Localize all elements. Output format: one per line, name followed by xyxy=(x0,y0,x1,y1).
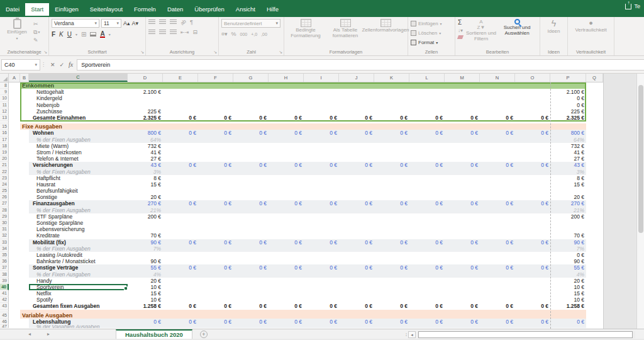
label-cell[interactable]: Leasing /Autokredit xyxy=(29,252,128,258)
sheet-row-25[interactable]: 25Berufsunfähigkeit xyxy=(0,188,603,194)
decrease-decimal-button[interactable]: ,00 xyxy=(261,32,267,37)
row-header-30[interactable]: 30 xyxy=(0,220,9,226)
column-header-O[interactable]: O xyxy=(515,74,550,82)
sheet-row-28[interactable]: 28% der Fixen Ausgaben21%21% xyxy=(0,207,603,213)
row-header-13[interactable]: 13 xyxy=(0,115,9,121)
sheet-row-30[interactable]: 30Sonstige Sparpläne xyxy=(0,220,603,226)
confirm-icon[interactable]: ✓ xyxy=(60,62,65,68)
align-center-icon[interactable] xyxy=(159,30,166,35)
fill-color-button[interactable] xyxy=(90,32,96,37)
vertical-scrollbar-thumb[interactable] xyxy=(638,85,643,233)
name-box[interactable]: C40 ▾ xyxy=(1,59,40,71)
sheet-row-38[interactable]: 38% der Fixen Ausgaben4%4% xyxy=(0,271,603,277)
row-header-29[interactable]: 29 xyxy=(0,213,9,220)
column-header-P[interactable]: P xyxy=(550,74,586,82)
align-middle-icon[interactable] xyxy=(159,20,166,25)
row-header-21[interactable]: 21 xyxy=(0,162,9,168)
ribbon-tab-hilfe[interactable]: Hilfe xyxy=(261,3,284,16)
sheet-row-8[interactable]: 8Einkommen xyxy=(0,82,603,89)
cancel-icon[interactable]: ✕ xyxy=(50,62,55,68)
row-header-22[interactable]: 22 xyxy=(0,168,9,174)
row-header-27[interactable]: 27 xyxy=(0,200,9,207)
column-header-M[interactable]: M xyxy=(445,74,480,82)
sheet-row-16[interactable]: 16Wohnen800 €0 €0 €0 €0 €0 €0 €0 €0 €0 €… xyxy=(0,130,603,136)
sheet-row-42[interactable]: 42Spotify10 €10 € xyxy=(0,297,603,303)
font-color-button[interactable]: A xyxy=(100,31,104,38)
sheet-row-27[interactable]: 27Finanzausgaben270 €0 €0 €0 €0 €0 €0 €0… xyxy=(0,200,603,207)
accounting-format-button[interactable]: ¤▾ xyxy=(221,31,228,37)
italic-button[interactable]: K xyxy=(59,31,64,38)
align-bottom-icon[interactable] xyxy=(170,20,177,25)
ribbon-tab-einfügen[interactable]: Einfügen xyxy=(49,3,84,16)
orientation-button[interactable]: ab xyxy=(179,18,187,26)
sheet-nav-right-icon[interactable]: ▸ xyxy=(44,331,53,337)
comma-style-button[interactable]: 000 xyxy=(240,32,248,37)
label-cell[interactable]: Gesamten fixen Ausgaben xyxy=(29,303,128,309)
sheet-row-29[interactable]: 29ETF Sparpläne200 €200 € xyxy=(0,213,603,220)
label-cell[interactable]: ETF Sparpläne xyxy=(29,213,128,220)
wrap-text-button[interactable]: ¶ xyxy=(190,19,193,25)
sheet-row-40[interactable]: 40Sportverein10 €10 € xyxy=(0,284,603,290)
dialog-launcher-icon[interactable]: ↘ xyxy=(43,50,47,55)
column-header-A[interactable]: A xyxy=(9,74,20,82)
row-header-34[interactable]: 34 xyxy=(0,246,9,252)
formula-input[interactable]: Sportverein xyxy=(77,59,644,71)
merge-center-button[interactable]: ⊟ xyxy=(192,29,197,35)
row-header-46[interactable]: 46 xyxy=(0,319,9,325)
row-header-24[interactable]: 24 xyxy=(0,181,9,188)
ribbon-tab-daten[interactable]: Daten xyxy=(162,3,189,16)
label-cell[interactable]: Kreditrate xyxy=(29,232,128,239)
row-header-10[interactable]: 10 xyxy=(0,95,9,101)
horizontal-scrollbar[interactable]: ⁞ ◂ xyxy=(406,331,635,338)
indent-icons[interactable]: ⇤⇥ xyxy=(180,30,189,35)
sheet-row-23[interactable]: 23Haftpflicht8 €8 € xyxy=(0,175,603,181)
label-cell[interactable]: Bahnkarte / Monatsticket xyxy=(29,258,128,264)
section-header[interactable]: Fixe Ausgaben xyxy=(20,123,586,130)
label-cell[interactable]: % der Fixen Ausgaben xyxy=(29,246,128,252)
add-sheet-button[interactable]: + xyxy=(200,331,208,338)
row-header-35[interactable]: 35 xyxy=(0,252,9,258)
column-header-B[interactable]: B xyxy=(20,74,29,82)
label-cell[interactable]: Zuschüsse xyxy=(29,108,128,115)
sort-filter-button[interactable]: AZ▼ Sortieren und Filtern xyxy=(465,19,497,48)
row-header-26[interactable]: 26 xyxy=(0,194,9,200)
delete-cells-button[interactable]: Löschen▾ xyxy=(411,29,452,37)
sheet-row-41[interactable]: 41Netflix15 €15 € xyxy=(0,290,603,297)
row-header-8[interactable]: 8 xyxy=(0,82,9,89)
bold-button[interactable]: F xyxy=(52,31,55,38)
row-header-36[interactable]: 36 xyxy=(0,258,9,264)
sheet-row-26[interactable]: 26Sonstige20 €20 € xyxy=(0,194,603,200)
sheet-row-31[interactable]: 31Lebensversicherung xyxy=(0,226,603,232)
select-all-corner[interactable] xyxy=(0,74,9,82)
sheet-row-9[interactable]: 9Nettogehalt2.100 €2.100 € xyxy=(0,89,603,95)
ribbon-tab-seitenlayout[interactable]: Seitenlayout xyxy=(84,3,128,16)
row-header-15[interactable]: 15 xyxy=(0,123,9,130)
sheet-row-21[interactable]: 21Versicherungen43 €0 €0 €0 €0 €0 €0 €0 … xyxy=(0,162,603,168)
vertical-scrollbar[interactable] xyxy=(636,74,644,329)
label-cell[interactable]: Gesamte Einnahmen xyxy=(29,115,128,121)
row-header-31[interactable]: 31 xyxy=(0,226,9,232)
column-header-L[interactable]: L xyxy=(409,74,445,82)
column-header-H[interactable]: H xyxy=(269,74,304,82)
row-header-41[interactable]: 41 xyxy=(0,290,9,297)
dialog-launcher-icon[interactable]: ↘ xyxy=(279,50,282,55)
column-header-E[interactable]: E xyxy=(163,74,198,82)
label-cell[interactable]: % der Fixen Ausgaben xyxy=(29,271,128,277)
scroll-left-icon[interactable]: ◂ xyxy=(408,331,416,338)
insert-function-icon[interactable]: fx xyxy=(69,61,73,68)
sheet-row-11[interactable]: 11Nebenjob0 € xyxy=(0,102,603,108)
horizontal-scrollbar-thumb[interactable] xyxy=(418,331,633,338)
share-button[interactable]: Te xyxy=(625,3,640,9)
row-header-9[interactable]: 9 xyxy=(0,89,9,95)
number-format-select[interactable]: Benutzerdefiniert▾ xyxy=(221,19,280,28)
row-header-17[interactable]: 17 xyxy=(0,137,9,143)
format-cells-button[interactable]: Format▾ xyxy=(411,38,452,46)
row-header-28[interactable]: 28 xyxy=(0,207,9,213)
autosum-button[interactable]: Σ xyxy=(458,20,463,26)
conditional-formatting-button[interactable]: Bedingte Formatierung xyxy=(287,19,325,48)
align-right-icon[interactable] xyxy=(170,30,177,35)
sheet-row-39[interactable]: 39Handy20 €20 € xyxy=(0,278,603,284)
row-header-47[interactable]: 47 xyxy=(0,325,9,329)
row-header-39[interactable]: 39 xyxy=(0,278,9,284)
format-painter-button[interactable]: ✎ xyxy=(33,37,40,43)
